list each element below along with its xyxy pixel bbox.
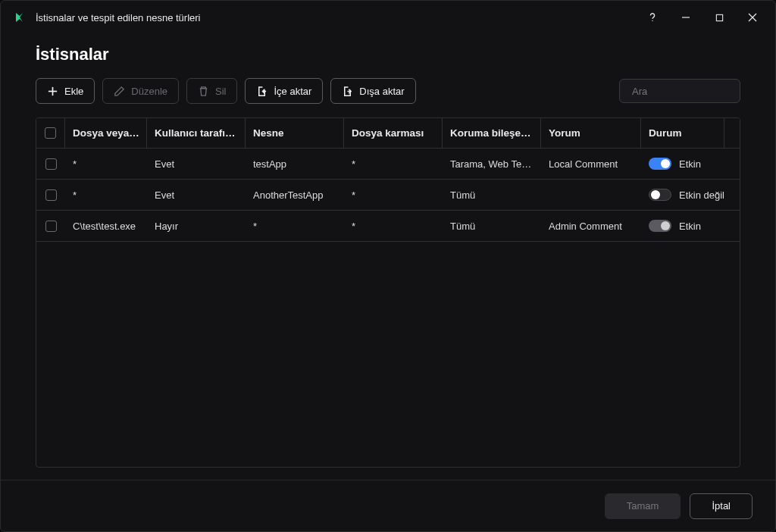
svg-point-0	[652, 20, 652, 21]
row-checkbox[interactable]	[45, 189, 57, 201]
cell-object: AnotherTestApp	[246, 189, 344, 201]
cell-file: C\test\test.exe	[65, 221, 147, 232]
cell-file: *	[65, 158, 147, 170]
trash-icon	[198, 86, 209, 97]
dialog-window: İstisnalar ve tespit edilen nesne türler…	[0, 0, 776, 532]
cell-protection: Tarama, Web Te…	[443, 158, 541, 170]
table-body: *EvettestApp*Tarama, Web Te…Local Commen…	[36, 149, 740, 467]
export-button[interactable]: Dışa aktar	[330, 78, 415, 104]
window-title: İstisnalar ve tespit edilen nesne türler…	[36, 12, 636, 23]
cell-user: Evet	[147, 189, 246, 201]
cell-comment: Local Comment	[541, 158, 641, 170]
cell-hash: *	[344, 158, 443, 170]
titlebar: İstisnalar ve tespit edilen nesne türler…	[1, 1, 775, 34]
search-box[interactable]	[619, 79, 740, 103]
exclusions-table: Dosya veya… Kullanıcı tarafı… Nesne Dosy…	[36, 117, 740, 468]
edit-button: Düzenle	[102, 78, 179, 104]
help-button[interactable]	[636, 5, 669, 30]
cell-user: Evet	[147, 158, 246, 170]
cancel-button-label: İptal	[712, 500, 731, 512]
cell-protection: Tümü	[443, 189, 541, 201]
table-header-row: Dosya veya… Kullanıcı tarafı… Nesne Dosy…	[36, 118, 740, 149]
status-toggle[interactable]	[649, 220, 671, 232]
search-input[interactable]	[632, 86, 759, 97]
status-label: Etkin	[679, 221, 701, 232]
header-checkbox-cell[interactable]	[36, 118, 65, 148]
status-label: Etkin değil	[679, 189, 724, 201]
ok-button-label: Tamam	[627, 500, 659, 512]
delete-button: Sil	[186, 78, 237, 104]
header-object[interactable]: Nesne	[246, 118, 344, 148]
maximize-button[interactable]	[702, 5, 736, 30]
header-file[interactable]: Dosya veya…	[65, 118, 147, 148]
table-row[interactable]: *EvettestApp*Tarama, Web Te…Local Commen…	[36, 149, 740, 180]
header-comment[interactable]: Yorum	[541, 118, 641, 148]
dialog-footer: Tamam İptal	[1, 480, 775, 531]
page-title: İstisnalar	[36, 45, 753, 64]
row-checkbox-cell[interactable]	[36, 158, 65, 170]
header-user[interactable]: Kullanıcı tarafı…	[147, 118, 246, 148]
import-button[interactable]: İçe aktar	[245, 78, 323, 104]
table-row[interactable]: *EvetAnotherTestApp*TümüEtkin değil	[36, 180, 740, 211]
cancel-button[interactable]: İptal	[690, 493, 753, 519]
cell-hash: *	[344, 221, 443, 232]
header-tail	[724, 118, 740, 148]
add-button[interactable]: Ekle	[36, 78, 95, 104]
cell-hash: *	[344, 189, 443, 201]
row-checkbox-cell[interactable]	[36, 221, 65, 232]
select-all-checkbox[interactable]	[45, 127, 56, 139]
header-protection[interactable]: Koruma bileşe…	[443, 118, 541, 148]
row-checkbox[interactable]	[45, 158, 57, 170]
app-logo-icon	[13, 11, 27, 24]
import-button-label: İçe aktar	[274, 86, 311, 97]
cell-status: Etkin değil	[641, 189, 724, 201]
status-label: Etkin	[679, 158, 701, 170]
content-area: İstisnalar Ekle Düzenle Sil İçe aktar Dı…	[1, 34, 775, 480]
cell-user: Hayır	[147, 221, 246, 232]
edit-button-label: Düzenle	[131, 86, 167, 97]
table-row[interactable]: C\test\test.exeHayır**TümüAdmin CommentE…	[36, 211, 740, 242]
minimize-button[interactable]	[669, 5, 702, 30]
cell-object: testApp	[246, 158, 344, 170]
header-status[interactable]: Durum	[641, 118, 724, 148]
delete-button-label: Sil	[215, 86, 226, 97]
cell-status: Etkin	[641, 158, 724, 170]
header-hash[interactable]: Dosya karması	[344, 118, 443, 148]
import-icon	[256, 86, 268, 97]
cell-file: *	[65, 189, 147, 201]
svg-rect-2	[716, 14, 722, 20]
row-checkbox-cell[interactable]	[36, 189, 65, 201]
export-icon	[342, 86, 353, 97]
close-button[interactable]	[736, 5, 769, 30]
cell-status: Etkin	[641, 220, 724, 232]
plus-icon	[47, 86, 58, 97]
add-button-label: Ekle	[64, 86, 83, 97]
toolbar: Ekle Düzenle Sil İçe aktar Dışa aktar	[23, 78, 753, 104]
export-button-label: Dışa aktar	[359, 86, 404, 97]
cell-comment: Admin Comment	[541, 221, 641, 232]
ok-button: Tamam	[605, 493, 681, 519]
pencil-icon	[114, 86, 125, 97]
cell-object: *	[246, 221, 344, 232]
status-toggle[interactable]	[649, 158, 671, 170]
cell-protection: Tümü	[443, 221, 541, 232]
status-toggle[interactable]	[649, 189, 671, 201]
row-checkbox[interactable]	[45, 221, 57, 232]
